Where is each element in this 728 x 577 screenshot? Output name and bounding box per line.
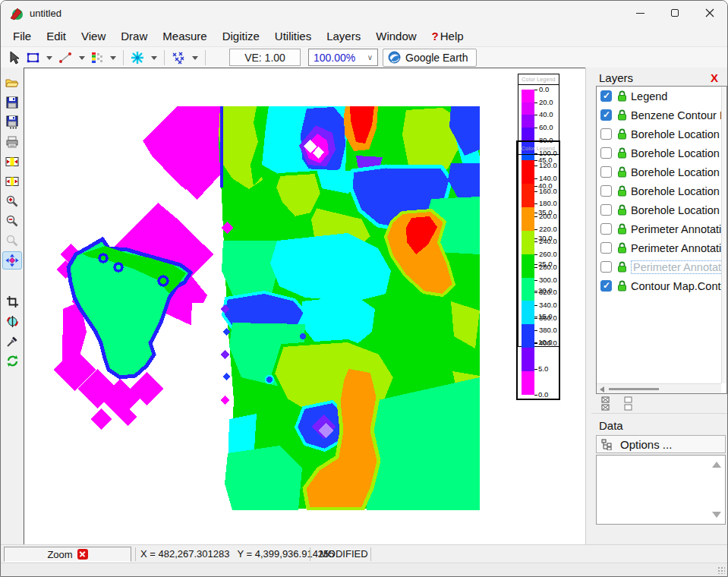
scatter-points-button[interactable] bbox=[169, 49, 188, 66]
left-tool-column bbox=[1, 68, 24, 544]
snowflake-symbol-button[interactable] bbox=[128, 49, 147, 67]
rotate-view-button[interactable] bbox=[2, 312, 22, 330]
map-canvas[interactable]: Color Legend0.020.040.060.080.0100.0120.… bbox=[24, 68, 585, 544]
menu-edit[interactable]: Edit bbox=[39, 27, 74, 45]
layer-visibility-checkbox[interactable] bbox=[600, 223, 612, 235]
color-scale-button[interactable] bbox=[88, 49, 106, 66]
layer-row-0[interactable]: Legend bbox=[597, 87, 726, 106]
minimize-button[interactable] bbox=[622, 1, 657, 25]
zoom-tab[interactable]: Zoom bbox=[4, 547, 131, 562]
save-button[interactable] bbox=[2, 93, 22, 112]
layer-row-10[interactable]: Contour Map.Conto bbox=[597, 276, 726, 295]
save-as-button[interactable] bbox=[2, 113, 22, 131]
layer-visibility-checkbox[interactable] bbox=[600, 185, 612, 197]
chevron-down-icon[interactable] bbox=[79, 56, 85, 60]
title-bar[interactable]: untitled bbox=[1, 1, 727, 25]
layer-label: Borehole Location bbox=[631, 128, 720, 140]
vertical-exaggeration-button[interactable]: VE: 1.00 bbox=[229, 49, 301, 66]
legend-title: Color Legend bbox=[518, 142, 559, 155]
check-all-button[interactable] bbox=[597, 396, 614, 412]
tree-options-icon bbox=[601, 439, 613, 450]
draw-line-button[interactable] bbox=[55, 49, 75, 66]
contour-map[interactable] bbox=[29, 74, 503, 510]
lock-icon bbox=[617, 185, 627, 197]
menu-measure[interactable]: Measure bbox=[155, 27, 214, 45]
layer-row-6[interactable]: Borehole Location bbox=[597, 200, 726, 219]
layer-row-1[interactable]: Benzene Contour B bbox=[597, 106, 726, 125]
layer-label: Perimeter Annotati bbox=[631, 223, 721, 235]
menu-window[interactable]: Window bbox=[368, 27, 424, 45]
chevron-down-icon[interactable] bbox=[151, 56, 157, 60]
resize-grip[interactable] bbox=[717, 566, 725, 574]
layers-vertical-scrollbar[interactable] bbox=[721, 87, 726, 383]
scroll-up-icon[interactable] bbox=[712, 462, 721, 468]
layer-row-5[interactable]: Borehole Location bbox=[597, 181, 726, 200]
chevron-down-icon[interactable] bbox=[192, 56, 198, 60]
zoom-window-button[interactable] bbox=[2, 153, 22, 171]
legend-color-band bbox=[522, 160, 534, 184]
lock-icon bbox=[617, 90, 627, 102]
eyedropper-button[interactable] bbox=[2, 332, 22, 350]
layer-row-2[interactable]: Borehole Location bbox=[597, 125, 726, 143]
draw-line-icon bbox=[58, 51, 73, 65]
close-zoom-icon[interactable] bbox=[77, 549, 88, 560]
layer-label: Perimeter Annotati bbox=[631, 260, 726, 274]
layer-label: Borehole Location bbox=[631, 185, 720, 197]
scrollbar-thumb[interactable] bbox=[609, 388, 659, 390]
layers-panel-close-button[interactable]: X bbox=[711, 71, 718, 84]
layer-visibility-checkbox[interactable] bbox=[600, 166, 612, 178]
menu-view[interactable]: View bbox=[74, 27, 113, 45]
layers-mini-toolbar bbox=[591, 394, 727, 414]
layer-visibility-checkbox[interactable] bbox=[600, 280, 612, 292]
legend-color-band bbox=[522, 254, 534, 278]
layer-visibility-checkbox[interactable] bbox=[600, 128, 612, 140]
menu-file[interactable]: File bbox=[5, 27, 39, 45]
layer-visibility-checkbox[interactable] bbox=[600, 147, 612, 159]
chevron-down-icon[interactable] bbox=[110, 56, 116, 60]
layer-row-7[interactable]: Perimeter Annotati bbox=[597, 219, 726, 238]
main-toolbar: VE: 1.00 100.00% ∨ Google Earth bbox=[1, 46, 727, 68]
layer-row-3[interactable]: Borehole Location bbox=[597, 143, 726, 162]
print-button[interactable] bbox=[2, 133, 22, 151]
open-file-button[interactable] bbox=[2, 74, 22, 92]
layer-visibility-checkbox[interactable] bbox=[600, 90, 612, 102]
data-list[interactable] bbox=[596, 455, 726, 525]
zoom-out-button[interactable] bbox=[2, 212, 22, 230]
layer-visibility-checkbox[interactable] bbox=[600, 261, 612, 273]
layer-label: Contour Map.Conto bbox=[631, 280, 726, 292]
maximize-button[interactable] bbox=[657, 1, 692, 25]
refresh-button[interactable] bbox=[2, 352, 22, 370]
snowflake-symbol-icon bbox=[130, 50, 145, 65]
zoom-level-combo[interactable]: 100.00% ∨ bbox=[308, 49, 378, 66]
zoom-extents-button[interactable] bbox=[2, 172, 22, 191]
select-cursor-icon bbox=[8, 51, 21, 65]
layers-horizontal-scrollbar[interactable] bbox=[597, 383, 721, 393]
layer-label: Legend bbox=[631, 90, 667, 102]
menu-utilities[interactable]: Utilities bbox=[267, 27, 319, 45]
close-button[interactable] bbox=[692, 1, 727, 25]
layer-visibility-checkbox[interactable] bbox=[600, 204, 612, 216]
data-options-button[interactable]: Options ... bbox=[596, 435, 726, 453]
layer-visibility-checkbox[interactable] bbox=[600, 242, 612, 254]
menu-digitize[interactable]: Digitize bbox=[215, 27, 267, 45]
legend-tick-label: 35.0 bbox=[538, 209, 553, 216]
chevron-down-icon[interactable] bbox=[46, 56, 52, 60]
menu-help[interactable]: ?Help bbox=[424, 27, 471, 45]
marquee-select-button[interactable] bbox=[24, 49, 43, 66]
scroll-down-icon[interactable] bbox=[712, 512, 721, 518]
google-earth-button[interactable]: Google Earth bbox=[383, 49, 477, 67]
layer-visibility-checkbox[interactable] bbox=[600, 109, 612, 121]
menu-layers[interactable]: Layers bbox=[319, 27, 368, 45]
panel-splitter[interactable] bbox=[585, 68, 591, 544]
zoom-in-button[interactable] bbox=[2, 192, 22, 210]
select-cursor-button[interactable] bbox=[5, 49, 24, 66]
layer-row-9[interactable]: Perimeter Annotati bbox=[597, 257, 726, 276]
layer-row-8[interactable]: Perimeter Annotati bbox=[597, 238, 726, 257]
menu-draw[interactable]: Draw bbox=[113, 27, 155, 45]
layer-row-4[interactable]: Borehole Location bbox=[597, 162, 726, 181]
crop-button[interactable] bbox=[2, 292, 22, 311]
uncheck-all-button[interactable] bbox=[620, 396, 637, 412]
zoom-previous-button[interactable] bbox=[2, 232, 22, 250]
pan-button[interactable] bbox=[2, 251, 22, 270]
color-legend-selected[interactable]: Color Legend45.040.035.030.025.020.015.0… bbox=[516, 140, 560, 400]
